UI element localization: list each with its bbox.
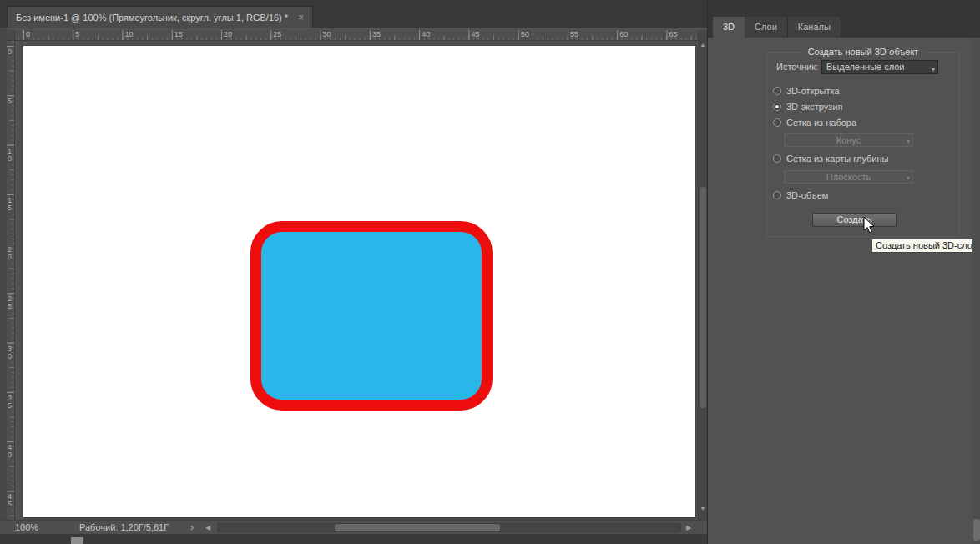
radio-icon [773,118,781,127]
document-tab-title: Без имени-1 @ 100% (Прямоугольник, скруг… [16,13,288,23]
bottom-strip-item [71,537,83,544]
radio-label: Сетка из карты глубины [786,154,889,164]
panel-scrollbar[interactable] [972,38,980,544]
radio-label: 3D-открытка [786,86,840,96]
radio-icon [773,191,781,199]
ruler-corner [7,30,15,41]
radio-icon [773,154,781,163]
pasteboard [15,41,698,520]
radio-icon [773,103,781,111]
radio-icon [773,87,781,95]
h-ruler-label: 5 [75,31,79,38]
v-ruler-label: 1 5 [8,197,12,212]
vertical-ruler: 051 01 52 02 53 03 54 04 5 [7,41,15,520]
photoshop-window: Без имени-1 @ 100% (Прямоугольник, скруг… [0,0,980,544]
source-dropdown-value: Выделенные слои [826,62,904,72]
bottom-strip [0,534,707,544]
status-bar: 100% Рабочий: 1,20Г/5,61Г › ◀ ▶ [0,520,707,534]
scratch-disk-status: Рабочий: 1,20Г/5,61Г [79,522,169,532]
tooltip: Создать новый 3D-слой с з [871,239,980,253]
close-icon[interactable]: × [298,12,304,23]
radio-label: Сетка из набора [786,118,856,128]
v-ruler-label: 2 0 [8,246,12,261]
radio-mesh-from-preset[interactable]: Сетка из набора [773,117,856,128]
right-panel: 3D Слои Каналы Создать новый 3D-объект И… [707,0,980,544]
source-label: Источник: [766,62,818,72]
mouse-cursor-icon [863,217,876,234]
v-ruler-label: 0 [8,48,12,56]
chevron-down-icon: ▾ [907,136,910,148]
document-tab[interactable]: Без имени-1 @ 100% (Прямоугольник, скруг… [7,6,313,28]
scroll-left-icon[interactable]: ◀ [205,524,210,531]
radio-3d-volume[interactable]: 3D-объем [773,189,828,201]
h-ruler-label: 20 [224,31,232,38]
panel-top-bar [708,0,980,17]
rounded-rectangle-shape [250,221,493,411]
preset-dropdown[interactable]: Конус ▾ [784,133,913,147]
h-ruler-label: 55 [570,31,578,38]
group-title: Создать новый 3D-объект [804,47,923,57]
v-ruler-label: 4 5 [8,493,12,508]
v-ruler-label: 5 [8,98,12,105]
v-ruler-label: 1 0 [8,148,12,163]
left-edge-strip [0,28,7,534]
h-ruler-label: 35 [372,31,381,38]
h-ruler-label: 10 [125,31,134,38]
h-ruler-label: 65 [669,31,678,38]
h-ruler-label: 15 [174,31,183,38]
tab-3d[interactable]: 3D [713,17,745,38]
v-ruler-label: 3 5 [8,395,12,410]
preset-dropdown-value: Конус [836,135,861,145]
vertical-scrollbar-thumb[interactable] [700,187,706,408]
document-tabbar: Без имени-1 @ 100% (Прямоугольник, скруг… [0,0,707,28]
horizontal-scrollbar-thumb[interactable] [335,524,500,531]
h-ruler-label: 30 [323,31,331,38]
horizontal-scrollbar[interactable] [217,523,681,532]
chevron-down-icon: ▾ [932,63,935,76]
h-ruler-label: 50 [521,31,529,38]
radio-mesh-from-depthmap[interactable]: Сетка из карты глубины [773,153,889,164]
scroll-right-icon[interactable]: ▶ [686,524,691,531]
radio-label: 3D-экструзия [786,102,842,112]
status-flyout-icon[interactable]: › [190,521,194,533]
tab-channels[interactable]: Каналы [788,17,841,38]
h-ruler-label: 60 [619,31,628,38]
h-ruler-label: 45 [471,31,479,38]
h-ruler-label: 25 [273,31,281,38]
radio-3d-postcard[interactable]: 3D-открытка [773,85,840,97]
create-button[interactable]: Создать [812,213,897,227]
horizontal-ruler: 05101520253035404550556065 [15,30,698,41]
chevron-down-icon: ▾ [907,173,910,184]
tab-layers[interactable]: Слои [745,17,788,38]
vertical-scrollbar[interactable]: ▲ ▼ [698,30,707,520]
depthmap-dropdown-value: Плоскость [826,172,871,182]
scroll-up-icon[interactable]: ▲ [699,42,707,48]
source-dropdown[interactable]: Выделенные слои ▾ [821,60,938,74]
radio-label: 3D-объем [786,190,828,200]
v-ruler-label: 3 0 [8,345,12,360]
canvas[interactable] [23,46,695,517]
h-ruler-label: 0 [26,31,30,38]
h-ruler-label: 40 [422,31,430,38]
v-ruler-label: 2 5 [8,295,12,310]
panel-scrollbar-thumb[interactable] [973,519,980,541]
panel-tabs: 3D Слои Каналы [708,17,980,38]
radio-3d-extrusion[interactable]: 3D-экструзия [773,101,842,113]
scroll-down-icon[interactable]: ▼ [699,506,707,511]
v-ruler-label: 4 0 [8,444,12,459]
zoom-level-field[interactable]: 100% [15,522,38,532]
depthmap-dropdown[interactable]: Плоскость ▾ [784,170,913,184]
